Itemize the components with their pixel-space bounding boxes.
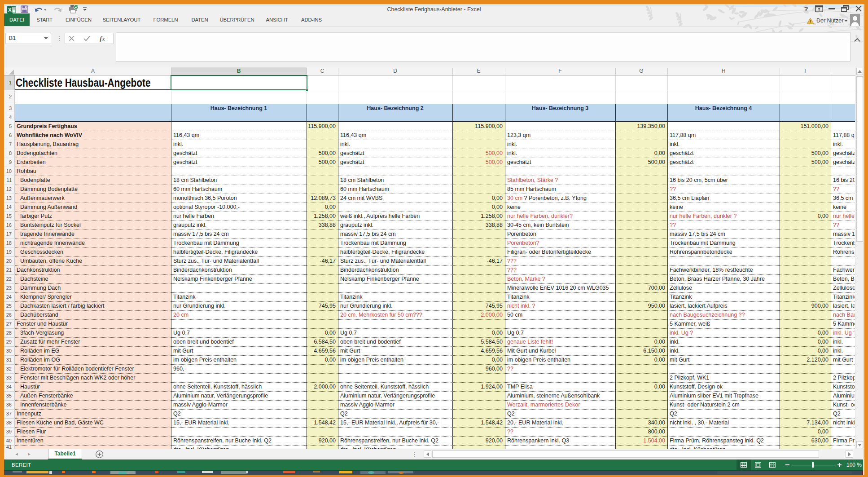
svg-text:X: X <box>8 7 12 13</box>
